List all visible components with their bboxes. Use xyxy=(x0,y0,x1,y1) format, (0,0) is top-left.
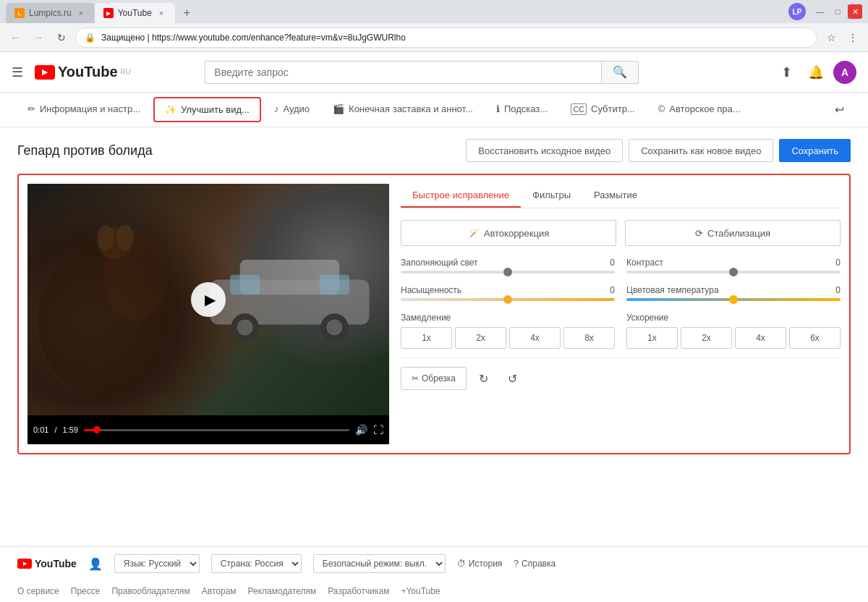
tab-subtitles-label: Субтитр... xyxy=(591,103,635,114)
rotate-cw-button[interactable]: ↻ xyxy=(472,367,495,390)
color-temp-text: Цветовая температура xyxy=(626,285,719,295)
color-temp-label: Цветовая температура 0 xyxy=(626,285,841,295)
color-temp-value: 0 xyxy=(835,285,841,295)
close-button[interactable]: ✕ xyxy=(848,4,862,19)
enhancement-panel: Быстрое исправление Фильтры Размытие 🪄 А… xyxy=(401,184,841,444)
footer-link-authors[interactable]: Авторам xyxy=(202,586,237,596)
search-button[interactable]: 🔍 xyxy=(601,61,639,84)
bookmark-icon[interactable]: ☆ xyxy=(822,28,841,47)
hamburger-menu[interactable]: ☰ xyxy=(12,64,23,80)
video-thumbnail: ▶ xyxy=(27,184,389,415)
save-button[interactable]: Сохранить xyxy=(779,139,851,162)
refresh-button[interactable]: ↻ xyxy=(52,28,71,47)
contrast-thumb[interactable] xyxy=(729,268,738,276)
tab-youtube[interactable]: ▶ YouTube × xyxy=(95,3,175,23)
youtube-logo-text: YouTube xyxy=(58,64,118,80)
slow-1x-button[interactable]: 1x xyxy=(401,327,452,349)
header-icons: ⬆ 🔔 A xyxy=(775,61,856,84)
lumpics-tab-close[interactable]: × xyxy=(76,8,86,18)
contrast-value: 0 xyxy=(835,258,841,268)
footer-link-service[interactable]: О сервисе xyxy=(17,586,59,596)
auto-correction-button[interactable]: 🪄 Автокоррекция xyxy=(401,220,616,246)
svg-point-9 xyxy=(237,320,253,336)
back-button[interactable]: ← xyxy=(6,28,25,47)
slow-8x-button[interactable]: 8x xyxy=(563,327,615,349)
stabilization-button[interactable]: ⟳ Стабилизация xyxy=(625,220,841,246)
tab-hints[interactable]: ℹ Подсказ... xyxy=(486,98,558,122)
tab-audio[interactable]: ♪ Аудио xyxy=(264,98,320,122)
user-avatar[interactable]: A xyxy=(833,61,856,84)
video-progress-bar[interactable] xyxy=(84,429,349,431)
back-arrow-button[interactable]: ↩ xyxy=(827,98,851,122)
fast-4x-button[interactable]: 4x xyxy=(735,327,786,349)
slider-row-2: Насыщенность 0 Цветовая температура xyxy=(401,285,841,301)
fill-light-track[interactable] xyxy=(401,271,615,274)
restore-video-button[interactable]: Восстановить исходное видео xyxy=(466,139,623,162)
fill-light-thumb[interactable] xyxy=(503,268,512,276)
language-icon: 👤 xyxy=(88,557,103,571)
slow-4x-button[interactable]: 4x xyxy=(509,327,561,349)
saturation-slider: Насыщенность 0 xyxy=(401,285,615,301)
footer-link-advertisers[interactable]: Рекламодателям xyxy=(248,586,317,596)
more-icon[interactable]: ⋮ xyxy=(843,28,862,47)
footer-link-copyright-holders[interactable]: Правообладателям xyxy=(111,586,190,596)
volume-icon[interactable]: 🔊 xyxy=(355,424,367,436)
auto-correction-label: Автокоррекция xyxy=(484,228,550,239)
tab-info[interactable]: ✏ Информация и настр... xyxy=(17,98,150,122)
play-button[interactable]: ▶ xyxy=(191,282,226,317)
title-bar: L Lumpics.ru × ▶ YouTube × + LP — □ ✕ xyxy=(0,0,868,23)
country-select[interactable]: Страна: Россия xyxy=(211,554,302,573)
tab-lumpics[interactable]: L Lumpics.ru × xyxy=(6,3,95,23)
tab-endscreen[interactable]: 🎬 Конечная заставка и аннот... xyxy=(323,98,483,122)
youtube-tab-close[interactable]: × xyxy=(156,8,166,18)
slow-2x-button[interactable]: 2x xyxy=(455,327,506,349)
youtube-favicon: ▶ xyxy=(103,8,114,18)
color-temp-thumb[interactable] xyxy=(729,295,738,304)
maximize-button[interactable]: □ xyxy=(830,4,845,19)
svg-rect-13 xyxy=(230,275,260,295)
help-link[interactable]: ? Справка xyxy=(514,559,556,569)
quick-fix-tab[interactable]: Быстрое исправление xyxy=(401,184,521,208)
history-link[interactable]: ⏱ История xyxy=(457,559,503,569)
fast-1x-button[interactable]: 1x xyxy=(626,327,678,349)
color-temp-track[interactable] xyxy=(626,298,841,301)
tab-subtitles[interactable]: CC Субтитр... xyxy=(561,98,645,122)
filters-tab[interactable]: Фильтры xyxy=(521,184,582,208)
saturation-label: Насыщенность 0 xyxy=(401,285,615,295)
wand-small-icon: 🪄 xyxy=(468,228,480,239)
tab-enhance[interactable]: ✨ Улучшить вид... xyxy=(153,97,261,122)
contrast-track[interactable] xyxy=(626,271,841,274)
contrast-text: Контраст xyxy=(626,258,663,268)
youtube-search: 🔍 xyxy=(205,61,639,84)
video-ctrl-icons: 🔊 ⛶ xyxy=(355,424,383,436)
blur-tab[interactable]: Размытие xyxy=(582,184,649,208)
minimize-button[interactable]: — xyxy=(813,4,827,19)
video-controls: 0:01 / 1:59 🔊 ⛶ xyxy=(27,415,389,444)
safety-select[interactable]: Безопасный режим: выкл. xyxy=(313,554,446,573)
save-new-video-button[interactable]: Сохранить как новое видео xyxy=(629,139,773,162)
fast-2x-button[interactable]: 2x xyxy=(681,327,732,349)
forward-button[interactable]: → xyxy=(29,28,48,47)
rotate-ccw-button[interactable]: ↺ xyxy=(501,367,524,390)
trim-button[interactable]: ✂ Обрезка xyxy=(401,367,467,390)
pencil-icon: ✏ xyxy=(27,103,35,114)
footer-link-developers[interactable]: Разработчикам xyxy=(328,586,389,596)
search-input[interactable] xyxy=(205,61,601,84)
url-text: Защищено | https://www.youtube.com/enhan… xyxy=(101,33,808,43)
tab-copyright[interactable]: © Авторское пра... xyxy=(648,98,751,122)
language-select[interactable]: Язык: Русский xyxy=(114,554,200,573)
bell-icon[interactable]: 🔔 xyxy=(804,61,827,84)
youtube-logo[interactable]: YouTube RU xyxy=(35,64,131,80)
new-tab-btn[interactable]: + xyxy=(175,3,199,23)
saturation-track[interactable] xyxy=(401,298,615,301)
tab-copyright-label: Авторское пра... xyxy=(669,103,740,114)
fullscreen-icon[interactable]: ⛶ xyxy=(373,424,383,436)
svg-rect-12 xyxy=(320,275,349,295)
footer-logo[interactable]: YouTube xyxy=(17,558,77,569)
saturation-thumb[interactable] xyxy=(503,295,512,304)
upload-icon[interactable]: ⬆ xyxy=(775,61,799,84)
footer-link-press[interactable]: Прессе xyxy=(71,586,101,596)
url-bar[interactable]: 🔒 Защищено | https://www.youtube.com/enh… xyxy=(75,27,817,48)
footer-link-plus-youtube[interactable]: +YouTube xyxy=(401,586,440,596)
fast-6x-button[interactable]: 6x xyxy=(789,327,841,349)
